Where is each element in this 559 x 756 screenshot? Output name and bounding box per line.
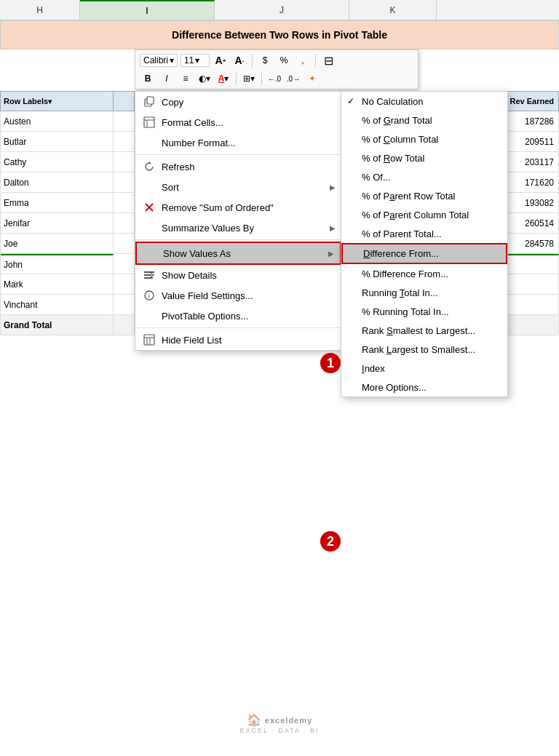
col-h: H — [0, 0, 80, 20]
menu-item-pivot-options[interactable]: PivotTable Options... — [135, 306, 341, 326]
pivot-table-left: Row Labels ▾ Austen Butlar Cathy Dalton … — [0, 91, 135, 335]
submenu-pct-parent-total[interactable]: % of Parent Total... — [341, 224, 507, 243]
menu-sep-1 — [135, 154, 341, 155]
decrease-decimal-btn[interactable]: ←.0 — [266, 71, 282, 87]
highlight-btn[interactable]: ◐▾ — [197, 71, 213, 87]
col-k: K — [349, 0, 437, 20]
col-i: I — [80, 0, 215, 20]
remove-label: Remove "Sum of Ordered" — [162, 202, 334, 213]
submenu-rank-small[interactable]: Rank Smallest to Largest... — [341, 321, 507, 340]
merge-btn[interactable]: ⊟ — [320, 52, 336, 68]
submenu-pct-row-total[interactable]: % of Row Total — [341, 148, 507, 167]
badge-1: 1 — [320, 353, 341, 373]
menu-item-show-values-as[interactable]: Show Values As — [135, 242, 341, 265]
remove-icon — [143, 201, 156, 214]
copy-icon — [143, 95, 156, 108]
row-labels-header: Row Labels ▾ — [1, 92, 114, 111]
menu-item-refresh[interactable]: Refresh — [135, 156, 341, 177]
font-name-selector[interactable]: Calibri ▾ — [140, 54, 178, 67]
toolbar-sep-1 — [252, 54, 253, 67]
menu-sep-2 — [135, 239, 341, 240]
submenu-pct-parent-row[interactable]: % of Parent Row Total — [341, 186, 507, 205]
pivot-cell-john: John — [1, 254, 114, 274]
show-details-label: Show Details — [162, 270, 334, 281]
menu-item-show-details[interactable]: Show Details — [135, 265, 341, 285]
pivot-row-joe: Joe — [0, 234, 135, 254]
submenu-no-calc[interactable]: No Calculation — [341, 92, 507, 111]
clear-btn[interactable]: ✦ — [304, 71, 320, 87]
number-format-icon — [143, 136, 156, 149]
column-headers: H I J K — [0, 0, 559, 20]
pivot-row-mark: Mark — [0, 274, 135, 295]
pivot-row-emma: Emma — [0, 193, 135, 213]
menu-item-summarize[interactable]: Summarize Values By — [135, 218, 341, 238]
increase-decimal-btn[interactable]: .0→ — [285, 71, 301, 87]
submenu-index[interactable]: Index — [341, 359, 507, 378]
col-j: J — [215, 0, 349, 20]
watermark: 🏠 exceldemy EXCEL · DATA · BI — [240, 713, 320, 734]
submenu-pct-grand-total[interactable]: % of Grand Total — [341, 111, 507, 130]
toolbar-sep-3 — [236, 72, 237, 85]
submenu-more-options[interactable]: More Options... — [341, 378, 507, 397]
comma-btn[interactable]: , — [295, 52, 311, 68]
hide-field-label: Hide Field List — [162, 335, 334, 346]
pivot-row-john: John — [0, 254, 135, 274]
svg-rect-7 — [144, 271, 154, 273]
pivot-row-cathy: Cathy — [0, 152, 135, 172]
pivot-row-butlar: Butlar — [0, 132, 135, 152]
hide-field-icon — [143, 333, 156, 346]
submenu-rank-large[interactable]: Rank Largest to Smallest... — [341, 340, 507, 359]
borders-btn[interactable]: ⊞▾ — [241, 71, 257, 87]
badge-2: 2 — [320, 531, 341, 552]
submenu-pct-running-total[interactable]: % Running Total In... — [341, 302, 507, 321]
pivot-grand-total-row: Grand Total — [0, 315, 135, 335]
menu-item-copy[interactable]: Copy — [135, 92, 341, 112]
bold-btn[interactable]: B — [140, 71, 156, 87]
percent-btn[interactable]: % — [276, 52, 292, 68]
toolbar-sep-4 — [261, 72, 262, 85]
submenu-diff-from[interactable]: Difference From... — [341, 243, 507, 264]
spreadsheet-title: Difference Between Two Rows in Pivot Tab… — [0, 20, 559, 49]
toolbar-sep-2 — [315, 54, 316, 67]
submenu-pct-of[interactable]: % Of... — [341, 167, 507, 186]
format-cells-label: Format Cells... — [162, 117, 334, 128]
svg-rect-9 — [144, 277, 153, 279]
menu-item-sort[interactable]: Sort — [135, 177, 341, 197]
pivot-row-dalton: Dalton — [0, 172, 135, 193]
svg-rect-8 — [144, 274, 151, 276]
font-color-btn[interactable]: A▾ — [215, 71, 231, 87]
menu-item-value-field[interactable]: i Value Field Settings... — [135, 285, 341, 306]
svg-rect-2 — [144, 117, 154, 127]
pivot-row-austen: Austen — [0, 111, 135, 132]
menu-item-remove[interactable]: Remove "Sum of Ordered" — [135, 197, 341, 218]
pivot-options-icon — [143, 309, 156, 322]
context-menu: Copy Format Cells... Number Format... Re… — [135, 91, 342, 351]
submenu-running-total[interactable]: Running Total In... — [341, 283, 507, 302]
sort-icon — [143, 180, 156, 194]
pivot-cell-vinchant: Vinchant — [1, 295, 114, 314]
font-size-selector[interactable]: 11 ▾ — [181, 54, 210, 67]
font-grow-btn[interactable]: A+ — [213, 52, 229, 68]
submenu-pct-col-total[interactable]: % of Column Total — [341, 130, 507, 148]
copy-label: Copy — [162, 97, 334, 108]
currency-btn[interactable]: $ — [257, 52, 273, 68]
value-field-icon: i — [143, 289, 156, 302]
submenu-pct-parent-col[interactable]: % of Parent Column Total — [341, 205, 507, 224]
show-values-icon — [144, 247, 157, 260]
menu-item-format-cells[interactable]: Format Cells... — [135, 112, 341, 132]
italic-btn[interactable]: I — [159, 71, 175, 87]
pivot-cell-joe: Joe — [1, 234, 114, 253]
menu-sep-3 — [135, 327, 341, 328]
menu-item-hide-field[interactable]: Hide Field List — [135, 330, 341, 350]
pivot-cell-jenifar: Jenifar — [1, 213, 114, 233]
pivot-cell-butlar: Butlar — [1, 132, 114, 151]
value-field-label: Value Field Settings... — [162, 290, 334, 301]
menu-item-number-format[interactable]: Number Format... — [135, 132, 341, 153]
font-shrink-btn[interactable]: A- — [231, 52, 247, 68]
summarize-label: Summarize Values By — [162, 223, 334, 234]
pivot-row-jenifar: Jenifar — [0, 213, 135, 234]
svg-rect-12 — [144, 335, 154, 345]
align-btn[interactable]: ≡ — [178, 71, 194, 87]
submenu-pct-diff-from[interactable]: % Difference From... — [341, 264, 507, 283]
pivot-cell-austen: Austen — [1, 111, 114, 131]
